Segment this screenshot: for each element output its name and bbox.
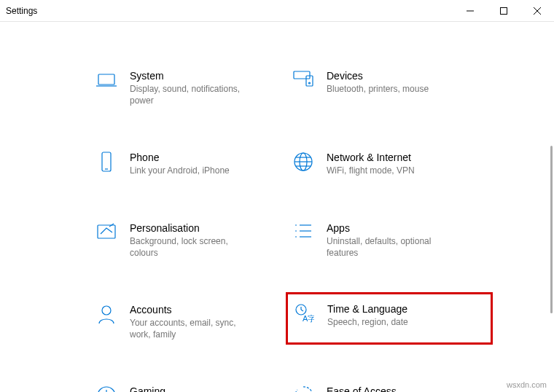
- category-system[interactable]: System Display, sound, notifications, po…: [95, 66, 284, 111]
- globe-icon: [292, 152, 315, 175]
- gaming-icon: [95, 385, 118, 392]
- minimize-button[interactable]: [453, 0, 487, 22]
- window-controls: [453, 0, 554, 22]
- category-title: Network & Internet: [327, 152, 415, 163]
- svg-text:A字: A字: [303, 314, 314, 323]
- category-title: Time & Language: [327, 303, 408, 315]
- category-desc: Uninstall, defaults, optional features: [327, 235, 450, 259]
- maximize-icon: [500, 7, 507, 15]
- category-title: Personalisation: [130, 222, 254, 234]
- category-personalisation[interactable]: Personalisation Background, lock screen,…: [95, 218, 284, 263]
- category-gaming[interactable]: Gaming: [95, 381, 284, 392]
- category-title: Phone: [130, 152, 230, 163]
- window-title: Settings: [6, 6, 453, 16]
- category-accounts[interactable]: Accounts Your accounts, email, sync, wor…: [95, 299, 284, 345]
- time-language-icon: A字: [292, 303, 316, 326]
- apps-icon: [292, 222, 315, 246]
- category-title: Gaming: [130, 385, 165, 392]
- category-apps[interactable]: Apps Uninstall, defaults, optional featu…: [292, 218, 481, 263]
- accounts-icon: [95, 304, 118, 327]
- svg-rect-16: [98, 225, 115, 238]
- svg-rect-1: [501, 7, 507, 14]
- category-desc: Your accounts, email, sync, work, family: [130, 317, 254, 340]
- category-title: Ease of Access: [327, 385, 397, 392]
- category-grid: System Display, sound, notifications, po…: [95, 66, 554, 392]
- svg-rect-6: [294, 71, 310, 79]
- titlebar: Settings: [0, 0, 554, 22]
- minimize-icon: [467, 7, 474, 15]
- category-desc: Link your Android, iPhone: [130, 165, 230, 176]
- category-desc: WiFi, flight mode, VPN: [327, 165, 415, 176]
- devices-icon: [292, 70, 315, 93]
- close-button[interactable]: [520, 0, 554, 22]
- system-icon: [95, 70, 118, 93]
- category-network[interactable]: Network & Internet WiFi, flight mode, VP…: [292, 147, 481, 181]
- footer-watermark: wsxdn.com: [507, 380, 547, 389]
- category-title: Accounts: [130, 304, 254, 315]
- category-phone[interactable]: Phone Link your Android, iPhone: [95, 147, 284, 181]
- svg-rect-4: [98, 74, 114, 85]
- category-desc: Display, sound, notifications, power: [130, 83, 254, 106]
- svg-point-8: [309, 82, 311, 84]
- svg-line-27: [301, 310, 303, 311]
- category-ease-of-access[interactable]: Ease of Access: [292, 381, 481, 392]
- category-desc: Bluetooth, printers, mouse: [327, 83, 429, 95]
- maximize-button[interactable]: [487, 0, 520, 22]
- category-desc: Speech, region, date: [327, 316, 408, 328]
- category-time-language[interactable]: A字 Time & Language Speech, region, date: [286, 292, 493, 345]
- ease-of-access-icon: [292, 385, 315, 392]
- svg-rect-9: [102, 152, 111, 171]
- category-title: Devices: [327, 70, 429, 82]
- personalisation-icon: [95, 222, 118, 246]
- category-title: System: [130, 70, 254, 82]
- category-desc: Background, lock screen, colours: [130, 235, 254, 259]
- svg-point-24: [102, 306, 111, 315]
- category-title: Apps: [327, 222, 450, 234]
- phone-icon: [95, 152, 118, 175]
- close-icon: [534, 7, 541, 15]
- category-devices[interactable]: Devices Bluetooth, printers, mouse: [292, 66, 481, 111]
- scrollbar[interactable]: [550, 146, 553, 313]
- settings-content: System Display, sound, notifications, po…: [0, 22, 554, 392]
